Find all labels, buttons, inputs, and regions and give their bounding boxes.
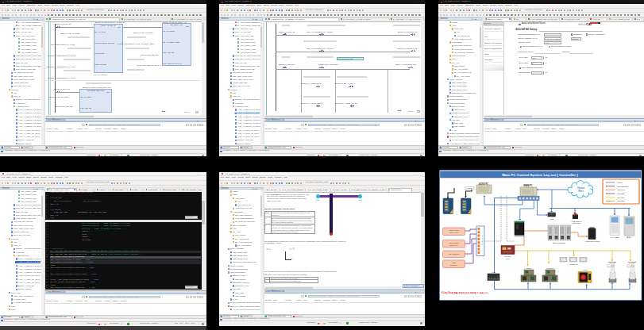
svg-text:SSC NET: SSC NET <box>618 200 626 201</box>
svg-text:Part: Part <box>579 190 584 193</box>
svg-text:MAIN PC: MAIN PC <box>524 184 533 187</box>
svg-text:SERVO MOTOR: SERVO MOTOR <box>553 242 566 244</box>
svg-text:UV LASER: UV LASER <box>611 236 619 238</box>
svg-text:EtherCAT: EtherCAT <box>618 189 626 190</box>
svg-text:Height Check Sensor: Height Check Sensor <box>585 240 600 242</box>
svg-text:Serial Hub Unit: Serial Hub Unit <box>482 235 484 246</box>
svg-text:Laser Power: Laser Power <box>449 229 459 231</box>
svg-text:PROFILER: PROFILER <box>573 222 581 224</box>
svg-text:UL Robot: UL Robot <box>628 261 636 263</box>
svg-text:ISU Controller: ISU Controller <box>449 253 460 255</box>
svg-text:Micro PMAC: Micro PMAC <box>515 236 525 237</box>
svg-text:RS232C: RS232C <box>467 187 472 189</box>
svg-text:Unloader: Unloader <box>547 267 554 269</box>
svg-text:Light: Light <box>452 262 456 263</box>
svg-text:Controller: Controller <box>450 264 458 266</box>
svg-text:MCR: MCR <box>584 269 588 271</box>
svg-text:TCP/IP: TCP/IP <box>618 182 623 183</box>
svg-text:(PCI): (PCI) <box>506 258 510 259</box>
svg-text:Main PC Control System Lay-out: Main PC Control System Lay-out [ Control… <box>502 173 578 177</box>
svg-text:CC-LINK: CC-LINK <box>504 255 511 257</box>
svg-text:Digital I/O: Digital I/O <box>570 263 578 265</box>
svg-text:Laser Power: Laser Power <box>449 242 459 244</box>
svg-text:LD Robot: LD Robot <box>608 261 616 263</box>
svg-text:HUB: HUB <box>492 271 496 273</box>
svg-text:CC-LINK: CC-LINK <box>618 197 625 198</box>
svg-text:MELSEC NET: MELSEC NET <box>618 186 629 187</box>
svg-text:Loader: Loader <box>526 267 532 269</box>
svg-text:Meter (7W): Meter (7W) <box>449 232 458 233</box>
svg-text:Meter (UV): Meter (UV) <box>449 244 458 246</box>
svg-text:RS-232C: RS-232C <box>618 193 625 194</box>
svg-text:HUB: HUB <box>550 218 553 220</box>
